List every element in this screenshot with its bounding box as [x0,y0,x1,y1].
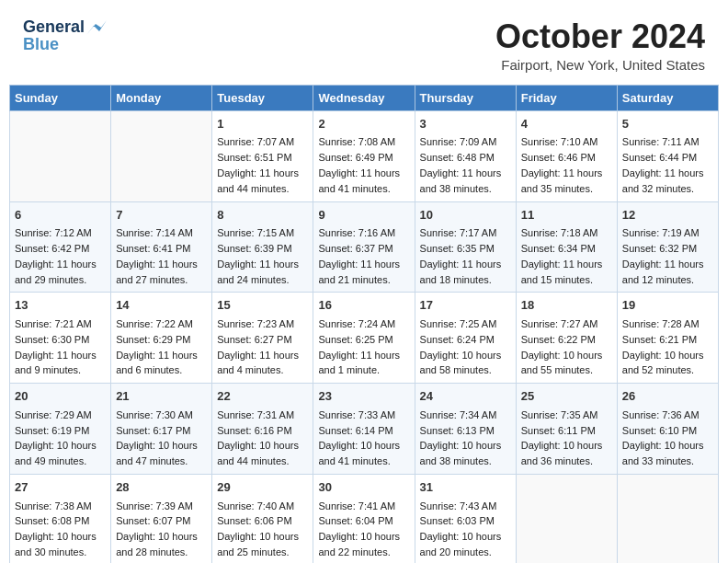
day-cell: 25Sunrise: 7:35 AMSunset: 6:11 PMDayligh… [516,384,617,475]
day-number: 14 [116,297,207,314]
day-number: 20 [15,388,106,405]
day-cell: 2Sunrise: 7:08 AMSunset: 6:49 PMDaylight… [313,110,415,201]
day-cell: 7Sunrise: 7:14 AMSunset: 6:41 PMDaylight… [111,201,212,293]
day-cell: 18Sunrise: 7:27 AMSunset: 6:22 PMDayligh… [516,293,617,384]
calendar-body: 1Sunrise: 7:07 AMSunset: 6:51 PMDaylight… [10,110,719,563]
day-info: Sunrise: 7:33 AMSunset: 6:14 PMDaylight:… [318,409,400,467]
day-cell: 27Sunrise: 7:38 AMSunset: 6:08 PMDayligh… [10,475,111,563]
day-cell: 21Sunrise: 7:30 AMSunset: 6:17 PMDayligh… [111,384,212,475]
day-info: Sunrise: 7:11 AMSunset: 6:44 PMDaylight:… [622,136,704,194]
day-cell: 16Sunrise: 7:24 AMSunset: 6:25 PMDayligh… [313,293,415,384]
day-info: Sunrise: 7:43 AMSunset: 6:03 PMDaylight:… [420,500,502,558]
day-number: 4 [521,116,612,132]
day-number: 2 [318,116,409,132]
day-info: Sunrise: 7:12 AMSunset: 6:42 PMDaylight:… [15,227,97,285]
day-number: 21 [116,388,207,405]
week-row-5: 27Sunrise: 7:38 AMSunset: 6:08 PMDayligh… [10,475,719,563]
day-number: 22 [217,388,308,405]
day-info: Sunrise: 7:09 AMSunset: 6:48 PMDaylight:… [420,136,502,194]
day-info: Sunrise: 7:29 AMSunset: 6:19 PMDaylight:… [15,409,97,467]
header-cell-saturday: Saturday [617,85,718,110]
header-cell-thursday: Thursday [415,85,516,110]
title-block: October 2024 Fairport, New York, United … [495,18,705,73]
day-cell: 22Sunrise: 7:31 AMSunset: 6:16 PMDayligh… [212,384,313,475]
day-cell: 11Sunrise: 7:18 AMSunset: 6:34 PMDayligh… [516,201,617,293]
day-number: 8 [217,207,308,224]
logo-blue: Blue [23,35,59,54]
day-cell: 3Sunrise: 7:09 AMSunset: 6:48 PMDaylight… [415,110,516,201]
day-cell: 1Sunrise: 7:07 AMSunset: 6:51 PMDaylight… [212,110,313,201]
day-info: Sunrise: 7:24 AMSunset: 6:25 PMDaylight:… [318,318,400,376]
day-number: 15 [217,297,308,314]
day-info: Sunrise: 7:40 AMSunset: 6:06 PMDaylight:… [217,500,299,558]
day-info: Sunrise: 7:21 AMSunset: 6:30 PMDaylight:… [15,318,97,376]
day-cell: 13Sunrise: 7:21 AMSunset: 6:30 PMDayligh… [10,293,111,384]
day-info: Sunrise: 7:07 AMSunset: 6:51 PMDaylight:… [217,136,299,194]
day-cell: 19Sunrise: 7:28 AMSunset: 6:21 PMDayligh… [617,293,718,384]
day-cell [617,475,718,563]
logo-bird-icon [86,20,107,35]
day-info: Sunrise: 7:39 AMSunset: 6:07 PMDaylight:… [116,500,198,558]
day-number: 11 [521,207,612,224]
day-cell: 30Sunrise: 7:41 AMSunset: 6:04 PMDayligh… [313,475,415,563]
day-info: Sunrise: 7:08 AMSunset: 6:49 PMDaylight:… [318,136,400,194]
day-cell: 24Sunrise: 7:34 AMSunset: 6:13 PMDayligh… [415,384,516,475]
day-cell: 5Sunrise: 7:11 AMSunset: 6:44 PMDaylight… [617,110,718,201]
day-info: Sunrise: 7:28 AMSunset: 6:21 PMDaylight:… [622,318,704,376]
day-number: 1 [217,116,308,132]
day-number: 28 [116,479,207,496]
day-number: 31 [420,479,511,496]
day-number: 3 [420,116,511,132]
day-cell: 29Sunrise: 7:40 AMSunset: 6:06 PMDayligh… [212,475,313,563]
day-cell: 15Sunrise: 7:23 AMSunset: 6:27 PMDayligh… [212,293,313,384]
day-info: Sunrise: 7:27 AMSunset: 6:22 PMDaylight:… [521,318,603,376]
day-info: Sunrise: 7:22 AMSunset: 6:29 PMDaylight:… [116,318,198,376]
day-cell: 23Sunrise: 7:33 AMSunset: 6:14 PMDayligh… [313,384,415,475]
week-row-2: 6Sunrise: 7:12 AMSunset: 6:42 PMDaylight… [10,201,719,293]
day-info: Sunrise: 7:10 AMSunset: 6:46 PMDaylight:… [521,136,603,194]
day-info: Sunrise: 7:30 AMSunset: 6:17 PMDaylight:… [116,409,198,467]
day-info: Sunrise: 7:16 AMSunset: 6:37 PMDaylight:… [318,227,400,285]
day-number: 27 [15,479,106,496]
day-cell: 17Sunrise: 7:25 AMSunset: 6:24 PMDayligh… [415,293,516,384]
day-number: 10 [420,207,511,224]
day-info: Sunrise: 7:25 AMSunset: 6:24 PMDaylight:… [420,318,502,376]
day-cell: 4Sunrise: 7:10 AMSunset: 6:46 PMDaylight… [516,110,617,201]
day-info: Sunrise: 7:31 AMSunset: 6:16 PMDaylight:… [217,409,299,467]
day-cell: 6Sunrise: 7:12 AMSunset: 6:42 PMDaylight… [10,201,111,293]
day-info: Sunrise: 7:35 AMSunset: 6:11 PMDaylight:… [521,409,603,467]
day-number: 18 [521,297,612,314]
calendar-table: SundayMondayTuesdayWednesdayThursdayFrid… [9,85,719,563]
week-row-3: 13Sunrise: 7:21 AMSunset: 6:30 PMDayligh… [10,293,719,384]
location: Fairport, New York, United States [495,57,705,73]
day-cell: 10Sunrise: 7:17 AMSunset: 6:35 PMDayligh… [415,201,516,293]
header-cell-sunday: Sunday [10,85,111,110]
month-title: October 2024 [495,18,705,55]
header-cell-wednesday: Wednesday [313,85,415,110]
day-cell: 9Sunrise: 7:16 AMSunset: 6:37 PMDaylight… [313,201,415,293]
day-cell [516,475,617,563]
day-number: 7 [116,207,207,224]
day-cell: 26Sunrise: 7:36 AMSunset: 6:10 PMDayligh… [617,384,718,475]
day-info: Sunrise: 7:19 AMSunset: 6:32 PMDaylight:… [622,227,704,285]
day-number: 6 [15,207,106,224]
day-info: Sunrise: 7:18 AMSunset: 6:34 PMDaylight:… [521,227,603,285]
day-number: 19 [622,297,713,314]
day-cell: 31Sunrise: 7:43 AMSunset: 6:03 PMDayligh… [415,475,516,563]
day-info: Sunrise: 7:36 AMSunset: 6:10 PMDaylight:… [622,409,704,467]
svg-marker-0 [86,20,107,35]
day-number: 29 [217,479,308,496]
day-number: 5 [622,116,713,132]
day-cell: 12Sunrise: 7:19 AMSunset: 6:32 PMDayligh… [617,201,718,293]
day-number: 25 [521,388,612,405]
day-info: Sunrise: 7:41 AMSunset: 6:04 PMDaylight:… [318,500,400,558]
day-number: 26 [622,388,713,405]
day-number: 13 [15,297,106,314]
day-number: 12 [622,207,713,224]
day-info: Sunrise: 7:14 AMSunset: 6:41 PMDaylight:… [116,227,198,285]
header-cell-friday: Friday [516,85,617,110]
day-cell: 14Sunrise: 7:22 AMSunset: 6:29 PMDayligh… [111,293,212,384]
week-row-1: 1Sunrise: 7:07 AMSunset: 6:51 PMDaylight… [10,110,719,201]
day-info: Sunrise: 7:15 AMSunset: 6:39 PMDaylight:… [217,227,299,285]
day-cell [10,110,111,201]
